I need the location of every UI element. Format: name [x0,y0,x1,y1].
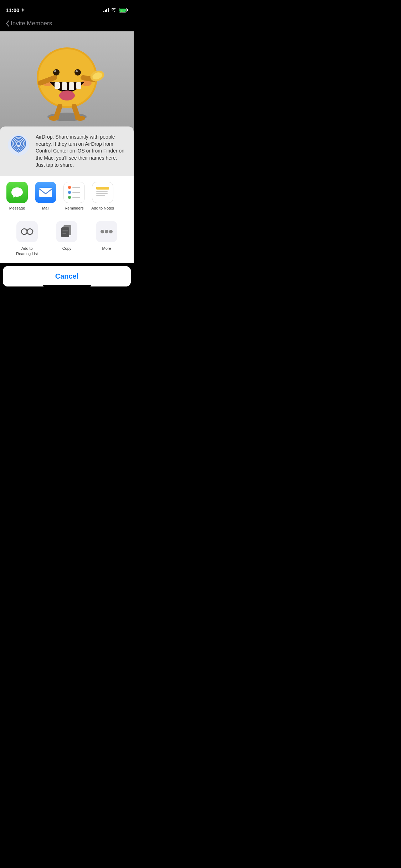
status-bar: 11:00 ⚡ [0,0,134,16]
app-message[interactable]: Message [3,182,31,211]
svg-point-10 [54,70,56,72]
wifi-icon [111,8,117,12]
action-copy[interactable]: Copy [51,221,83,256]
mail-envelope-icon [39,187,52,197]
notes-label: Add to Notes [91,206,114,211]
monster-svg [24,40,110,126]
reminders-icon-content [67,185,82,200]
copy-label: Copy [62,246,72,251]
location-icon [21,8,25,12]
app-mail[interactable]: Mail [31,182,60,211]
svg-point-11 [74,69,81,76]
svg-point-12 [76,70,78,72]
home-indicator [43,285,91,286]
apps-section: Message Mail [0,176,134,215]
more-label: More [102,246,111,251]
copy-icon-box [56,221,77,242]
svg-point-40 [105,230,108,233]
svg-rect-14 [62,82,67,90]
svg-text:⚡: ⚡ [120,9,124,12]
clock: 11:00 [6,7,19,13]
actions-section: Add toReading List Copy [0,215,134,263]
copy-icon [61,225,73,238]
more-dots-icon [100,229,113,234]
nav-bar: Invite Members [0,16,134,31]
svg-point-9 [53,69,60,76]
svg-point-27 [17,142,20,145]
message-bubble-icon [11,186,24,199]
app-notes[interactable]: Add to Notes [88,182,117,211]
svg-point-17 [59,91,75,100]
mail-app-icon [35,182,56,203]
status-time: 11:00 [6,7,25,13]
back-chevron-icon [6,20,9,27]
airdrop-icon [7,134,30,156]
reminders-app-icon [63,182,85,203]
notes-icon-content [95,185,110,200]
app-reminders[interactable]: Reminders [60,182,88,211]
signal-icon [103,8,109,12]
battery-icon: ⚡ [119,8,128,12]
svg-rect-13 [55,82,60,89]
svg-line-22 [56,106,60,117]
svg-point-23 [49,116,59,121]
action-reading-list[interactable]: Add toReading List [11,221,43,256]
airdrop-description: AirDrop. Share instantly with people nea… [36,134,127,169]
back-label: Invite Members [11,20,52,27]
reading-list-icon-box [16,221,38,242]
svg-point-30 [27,229,33,234]
svg-line-24 [74,106,78,117]
cancel-button[interactable]: Cancel [3,266,131,286]
reminders-label: Reminders [65,206,83,211]
more-icon-box [96,221,117,242]
svg-rect-35 [61,227,69,237]
actions-row: Add toReading List Copy [0,221,134,256]
svg-point-29 [21,229,27,234]
svg-rect-28 [39,188,52,197]
message-app-icon [6,182,28,203]
svg-point-25 [75,116,85,121]
reading-list-label: Add toReading List [16,246,38,256]
status-icons: ⚡ [103,8,128,12]
message-label: Message [9,206,25,211]
monster-illustration [0,31,134,135]
svg-rect-16 [76,82,81,89]
apps-row: Message Mail [0,182,134,211]
cancel-section: Cancel [3,266,131,286]
mail-label: Mail [42,206,49,211]
svg-point-39 [101,230,104,233]
action-more[interactable]: More [91,221,123,256]
notes-app-icon [92,182,113,203]
svg-rect-1 [127,9,128,11]
reading-list-icon [21,227,34,237]
back-button[interactable]: Invite Members [6,20,52,27]
share-sheet: AirDrop. Share instantly with people nea… [0,126,134,289]
svg-rect-15 [69,82,74,90]
airdrop-section: AirDrop. Share instantly with people nea… [0,126,134,176]
svg-point-41 [109,230,113,233]
